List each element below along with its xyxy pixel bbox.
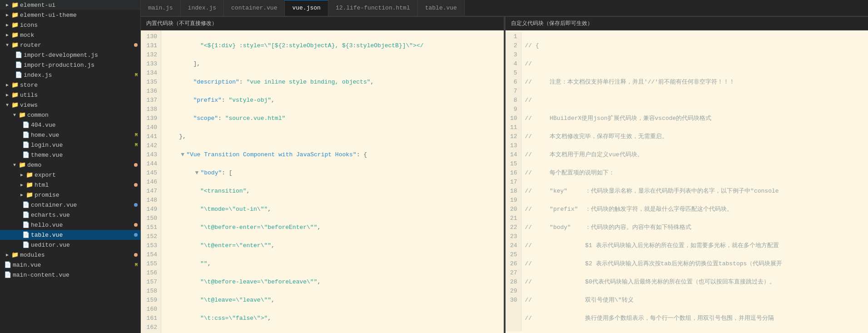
sidebar-item-html[interactable]: ▶ 📁 html bbox=[0, 180, 140, 190]
folder-icon: 📁 bbox=[11, 31, 19, 39]
folder-icon: 📁 bbox=[11, 11, 19, 19]
sidebar-item-label: modules bbox=[20, 252, 134, 258]
sidebar-item-hellovue[interactable]: 📄 hello.vue bbox=[0, 220, 140, 230]
tab-index-js[interactable]: index.js bbox=[181, 0, 224, 16]
code-line: "<${1:div} :style=\"[${2:styleObjectA}, … bbox=[165, 41, 500, 50]
sidebar-item-common[interactable]: ▼ 📁 common bbox=[0, 110, 140, 120]
code-line: }, bbox=[165, 132, 500, 141]
sidebar-item-promise[interactable]: ▶ 📁 promise bbox=[0, 190, 140, 200]
left-panel-header: 内置代码块（不可直接修改） bbox=[141, 16, 504, 30]
sidebar-item-label: promise bbox=[35, 192, 140, 199]
tab-vue-json[interactable]: vue.json bbox=[285, 0, 328, 16]
change-badge bbox=[134, 223, 138, 227]
right-code-editor[interactable]: 1 2 3 4 5 6 7 8 9 10 11 12 13 14 15 16 1 bbox=[506, 30, 868, 333]
sidebar-item-index-js[interactable]: 📄 index.js M bbox=[0, 70, 140, 80]
sidebar-item-label: main-content.vue bbox=[13, 272, 140, 278]
modified-badge: M bbox=[135, 73, 138, 78]
sidebar-item-label: html bbox=[35, 182, 134, 189]
code-line: "<transition", bbox=[165, 187, 500, 196]
folder-icon: 📁 bbox=[11, 101, 19, 109]
vue-file-icon: 📄 bbox=[22, 121, 30, 129]
sidebar-item-label: 404.vue bbox=[31, 122, 140, 129]
left-code-editor[interactable]: 130 131 132 133 134 135 136 137 138 139 … bbox=[141, 30, 504, 333]
modified-badge: M bbox=[135, 133, 138, 138]
sidebar-item-tablevue[interactable]: 📄 table.vue bbox=[0, 230, 140, 240]
sidebar-item-loginvue[interactable]: 📄 login.vue M bbox=[0, 140, 140, 150]
code-line: "\t:css=\"false\">", bbox=[165, 314, 500, 323]
folder-icon: 📁 bbox=[18, 111, 26, 119]
sidebar-item-mock[interactable]: ▶ 📁 mock bbox=[0, 30, 140, 40]
vue-file-icon: 📄 bbox=[22, 221, 30, 229]
expand-arrow: ▶ bbox=[4, 32, 11, 38]
sidebar-item-store[interactable]: ▶ 📁 store bbox=[0, 80, 140, 90]
sidebar-item-label: theme.vue bbox=[31, 152, 140, 159]
change-badge bbox=[134, 253, 138, 257]
sidebar-item-label: import-development.js bbox=[24, 52, 140, 59]
code-line: "prefix": "vstyle-obj", bbox=[165, 96, 500, 105]
right-line-numbers: 1 2 3 4 5 6 7 8 9 10 11 12 13 14 15 16 1 bbox=[506, 32, 521, 331]
sidebar-item-utils[interactable]: ▶ 📁 utils bbox=[0, 90, 140, 100]
sidebar-item-label: demo bbox=[27, 162, 134, 169]
editor-area: 内置代码块（不可直接修改） 130 131 132 133 134 135 13… bbox=[141, 16, 868, 333]
code-line: ▼"Vue Transition Component with JavaScri… bbox=[165, 150, 500, 159]
folder-icon: 📁 bbox=[11, 91, 19, 99]
sidebar-item-echartsvue[interactable]: 📄 echarts.vue bbox=[0, 210, 140, 220]
line-numbers: 130 131 132 133 134 135 136 137 138 139 … bbox=[141, 30, 161, 333]
expand-arrow: ▼ bbox=[4, 43, 11, 48]
tab-life-function[interactable]: 12.life-function.html bbox=[328, 0, 418, 16]
sidebar-item-element-ui-theme[interactable]: ▶ 📁 element-ui-theme bbox=[0, 10, 140, 20]
sidebar-item-label: export bbox=[35, 172, 140, 179]
sidebar-item-label: common bbox=[27, 112, 140, 119]
sidebar-item-export[interactable]: ▶ 📁 export bbox=[0, 170, 140, 180]
code-content-left[interactable]: "<${1:div} :style=\"[${2:styleObjectA}, … bbox=[161, 30, 504, 333]
folder-icon: 📁 bbox=[25, 171, 34, 179]
sidebar-item-icons[interactable]: ▶ 📁 icons bbox=[0, 20, 140, 30]
change-badge bbox=[134, 163, 138, 167]
vue-file-icon: 📄 bbox=[22, 231, 30, 239]
expand-arrow: ▶ bbox=[4, 92, 11, 98]
sidebar-item-views[interactable]: ▼ 📁 views bbox=[0, 100, 140, 110]
fold-indicator[interactable]: ▼ bbox=[179, 150, 186, 159]
sidebar-item-demo[interactable]: ▼ 📁 demo bbox=[0, 160, 140, 170]
vue-file-icon: 📄 bbox=[22, 211, 30, 219]
expand-arrow: ▼ bbox=[11, 113, 18, 118]
sidebar-item-uedituvue[interactable]: 📄 ueditor.vue bbox=[0, 240, 140, 250]
sidebar-item-homevue[interactable]: 📄 home.vue M bbox=[0, 130, 140, 140]
folder-icon: 📁 bbox=[18, 161, 26, 169]
sidebar-item-modules[interactable]: ▶ 📁 modules bbox=[0, 250, 140, 260]
vue-file-icon: 📄 bbox=[22, 141, 30, 149]
sidebar-item-maincontentvue[interactable]: 📄 main-content.vue bbox=[0, 270, 140, 280]
tab-table-vue[interactable]: table.vue bbox=[418, 0, 465, 16]
tab-main-js[interactable]: main.js bbox=[141, 0, 181, 16]
sidebar-item-containervue[interactable]: 📄 container.vue bbox=[0, 200, 140, 210]
expand-arrow: ▶ bbox=[4, 22, 11, 28]
sidebar-item-label: echarts.vue bbox=[31, 212, 140, 219]
sidebar-item-element-ui[interactable]: ▶ 📁 element-ui bbox=[0, 0, 140, 10]
right-editor-panel: 自定义代码块（保存后即可生效） 1 2 3 4 5 6 7 8 9 10 11 … bbox=[506, 16, 868, 333]
sidebar-item-themevue[interactable]: 📄 theme.vue bbox=[0, 150, 140, 160]
tab-container-vue[interactable]: container.vue bbox=[224, 0, 285, 16]
sidebar-item-import-development[interactable]: 📄 import-development.js bbox=[0, 50, 140, 60]
sidebar-item-mainvue[interactable]: 📄 main.vue M bbox=[0, 260, 140, 270]
code-line: "scope": "source.vue.html" bbox=[165, 114, 500, 123]
sidebar-item-import-production[interactable]: 📄 import-production.js bbox=[0, 60, 140, 70]
sidebar-item-router[interactable]: ▼ 📁 router bbox=[0, 40, 140, 50]
sidebar-item-404vue[interactable]: 📄 404.vue bbox=[0, 120, 140, 130]
fold-indicator[interactable]: ▼ bbox=[193, 169, 200, 178]
editor-main: main.js index.js container.vue vue.json … bbox=[141, 0, 868, 333]
code-line: "\tmode=\"out-in\"", bbox=[165, 205, 500, 214]
right-code-content[interactable]: // { // // 注意：本文档仅支持单行注释，并且'//'前不能有任何非空字… bbox=[521, 32, 868, 331]
vue-file-icon: 📄 bbox=[4, 271, 12, 278]
change-badge bbox=[134, 43, 138, 47]
sidebar-item-label: import-production.js bbox=[24, 62, 140, 69]
modified-badge: M bbox=[135, 143, 138, 148]
folder-icon: 📁 bbox=[11, 81, 19, 89]
sidebar-item-label: login.vue bbox=[31, 142, 135, 149]
left-editor-panel: 内置代码块（不可直接修改） 130 131 132 133 134 135 13… bbox=[141, 16, 504, 333]
vue-file-icon: 📄 bbox=[4, 261, 12, 268]
change-badge bbox=[134, 183, 138, 187]
expand-arrow: ▶ bbox=[4, 12, 11, 18]
sidebar-item-label: table.vue bbox=[31, 232, 134, 239]
expand-arrow: ▼ bbox=[4, 103, 11, 108]
sidebar-item-label: icons bbox=[20, 22, 140, 29]
